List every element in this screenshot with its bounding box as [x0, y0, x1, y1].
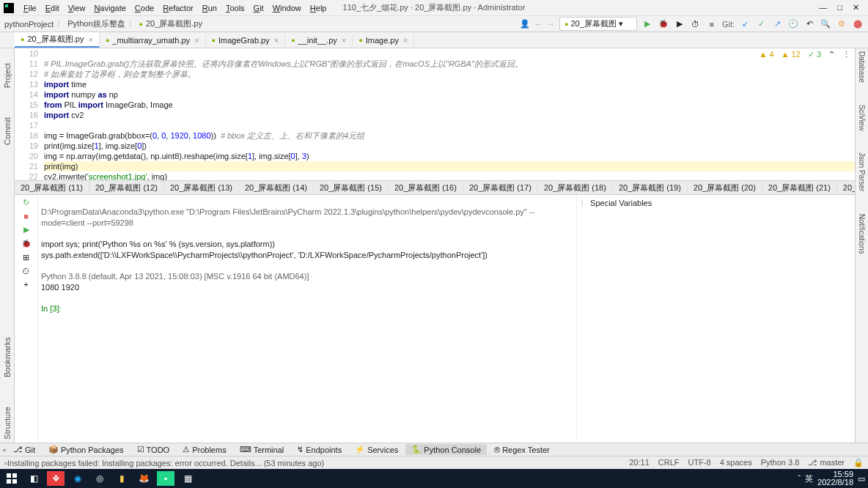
menu-help[interactable]: Help [306, 2, 331, 14]
pycharm-icon[interactable]: ▪ [157, 471, 174, 486]
console-tab[interactable]: 20_屏幕截图 (14) [239, 181, 314, 195]
console-tab[interactable]: 20_屏幕截图 (19) [613, 181, 688, 195]
tool-endpoints[interactable]: ↯Endpoints [291, 444, 347, 455]
crumb-folder[interactable]: Python娱乐整盘 [67, 18, 125, 29]
tool-json-parser[interactable]: Json Parser [858, 152, 866, 191]
menu-view[interactable]: View [64, 2, 90, 14]
minimize-icon[interactable]: — [819, 3, 827, 12]
variables-pane[interactable]: 〉 Special Variables [576, 195, 855, 443]
tab-close-icon[interactable]: × [342, 36, 346, 45]
tool-project[interactable]: Project [3, 63, 12, 88]
menu-code[interactable]: Code [130, 2, 158, 14]
chrome-icon[interactable]: ◎ [91, 471, 108, 486]
ide-errors-icon[interactable]: ⬤ [852, 18, 864, 30]
tool-python-packages[interactable]: 📦Python Packages [43, 444, 130, 455]
status-message[interactable]: Installing packages failed: Installing p… [7, 459, 629, 467]
tool-notifications[interactable]: Notifications [858, 214, 866, 254]
menu-git[interactable]: Git [249, 2, 268, 14]
console-tab[interactable]: 20_屏幕截图 (15) [314, 181, 389, 195]
tool-window-quick-access-icon[interactable]: ▫ [3, 446, 6, 454]
git-rollback-icon[interactable]: ↶ [803, 18, 815, 30]
explorer-icon[interactable]: ▮ [113, 471, 130, 486]
back-icon[interactable]: ← [534, 20, 542, 29]
tool-python-console[interactable]: 🐍Python Console [405, 444, 487, 455]
git-commit-icon[interactable]: ✓ [755, 18, 767, 30]
tool-terminal[interactable]: ⌨Terminal [234, 444, 290, 455]
console-tab[interactable]: 20_屏幕截图 (11) [15, 181, 89, 195]
coverage-icon[interactable]: ▶ [674, 18, 685, 30]
console-tab[interactable]: 20_屏幕截图 (20) [688, 181, 762, 195]
tool-todo[interactable]: ☑TODO [131, 444, 176, 455]
lock-icon[interactable]: 🔒 [853, 458, 864, 467]
tool-services[interactable]: ⚡Services [349, 444, 404, 455]
tool-problems[interactable]: ⚠Problems [177, 444, 232, 455]
tab-file-4[interactable]: ●Image.py× [353, 34, 414, 46]
git-history-icon[interactable]: 🕘 [787, 18, 799, 30]
console-tab[interactable]: 20_屏幕截图 (12) [89, 181, 164, 195]
menu-file[interactable]: File [19, 2, 41, 14]
status-interpreter[interactable]: Python 3.8 [761, 458, 800, 467]
tab-file-1[interactable]: ●_multiarray_umath.py× [100, 34, 206, 46]
tool-commit[interactable]: Commit [3, 117, 12, 145]
stop-icon[interactable]: ■ [706, 18, 718, 30]
tray-ime-icon[interactable]: 英 [805, 473, 813, 484]
code-editor[interactable]: ▲ 4 ▲ 12 ✓ 3 ⌃⋮ 101112131415161718192021… [15, 48, 855, 180]
status-line-sep[interactable]: CRLF [658, 458, 680, 467]
menu-run[interactable]: Run [198, 2, 221, 14]
app-icon[interactable]: ▦ [179, 471, 196, 486]
app-icon[interactable]: ❖ [47, 471, 65, 486]
console-tab[interactable]: 20_屏幕截图 (16) [389, 181, 463, 195]
console-tab[interactable]: 20_屏幕截图 (13) [164, 181, 239, 195]
git-push-icon[interactable]: ↗ [771, 18, 783, 30]
start-icon[interactable] [3, 471, 21, 486]
run-icon[interactable]: ▶ [641, 18, 653, 30]
crumb-file[interactable]: 20_屏幕截图.py [146, 18, 202, 29]
tray-chevron-icon[interactable]: ˆ [798, 474, 801, 483]
menu-refactor[interactable]: Refactor [158, 2, 198, 14]
tool-database[interactable]: Database [858, 51, 866, 83]
attach-debugger-icon[interactable]: 🐞 [21, 239, 32, 248]
tab-close-icon[interactable]: × [194, 36, 199, 45]
add-icon[interactable]: + [23, 280, 28, 289]
tool-regex-tester[interactable]: ®Regex Tester [488, 445, 556, 455]
tab-file-2[interactable]: ●ImageGrab.py× [206, 34, 286, 46]
crumb-project[interactable]: pythonProject [4, 20, 54, 29]
tool-structure[interactable]: Structure [3, 407, 12, 440]
special-variables[interactable]: Special Variables [590, 199, 652, 207]
stop-icon[interactable]: ■ [23, 212, 29, 221]
console-tab[interactable]: 20_屏幕截图 (21) [762, 181, 837, 195]
tab-close-icon[interactable]: × [88, 35, 92, 44]
tab-file-0[interactable]: ●20_屏幕截图.py× [15, 32, 100, 48]
tab-close-icon[interactable]: × [274, 36, 279, 45]
tab-file-3[interactable]: ●__init__.py× [285, 34, 353, 46]
profile-icon[interactable]: ⏱ [690, 18, 702, 30]
rerun-icon[interactable]: ↻ [23, 198, 29, 207]
menu-window[interactable]: Window [268, 2, 306, 14]
tool-sciview[interactable]: SciView [858, 105, 866, 130]
task-view-icon[interactable]: ◧ [25, 471, 43, 486]
run-configuration-select[interactable]: ● 20_屏幕截图 ▾ [559, 17, 637, 31]
tool-git[interactable]: ⎇Git [7, 444, 41, 455]
tool-bookmarks[interactable]: Bookmarks [3, 337, 12, 377]
menu-navigate[interactable]: Navigate [89, 2, 130, 14]
system-tray[interactable]: ˆ 英 15:592022/8/18 ▭ [798, 470, 865, 487]
console-tab[interactable]: 20_屏幕截图 (22) [837, 181, 855, 195]
notifications-icon[interactable]: ▭ [858, 474, 865, 484]
status-encoding[interactable]: UTF-8 [688, 458, 711, 467]
console-tab[interactable]: 20_屏幕截图 (18) [538, 181, 613, 195]
menu-edit[interactable]: Edit [41, 2, 64, 14]
close-icon[interactable]: ✕ [853, 3, 859, 12]
debug-icon[interactable]: 🐞 [658, 18, 669, 30]
forward-icon[interactable]: → [547, 20, 555, 29]
console-output[interactable]: D:\ProgramData\Anaconda3\python.exe "D:\… [38, 195, 576, 443]
git-update-icon[interactable]: ↙ [739, 18, 751, 30]
firefox-icon[interactable]: 🦊 [135, 471, 152, 486]
settings-icon[interactable]: ⚙ [836, 18, 847, 30]
maximize-icon[interactable]: □ [837, 3, 842, 12]
user-icon[interactable]: 👤 [520, 19, 530, 29]
tab-close-icon[interactable]: × [403, 36, 408, 45]
status-branch[interactable]: ⎇ master [808, 458, 845, 467]
code-content[interactable]: # PIL.ImageGrab.grab()方法获取屏幕快照。还将内容像素在Wi… [44, 48, 855, 180]
history-icon[interactable]: ⏲ [22, 267, 30, 276]
edge-icon[interactable]: ◉ [69, 471, 87, 486]
